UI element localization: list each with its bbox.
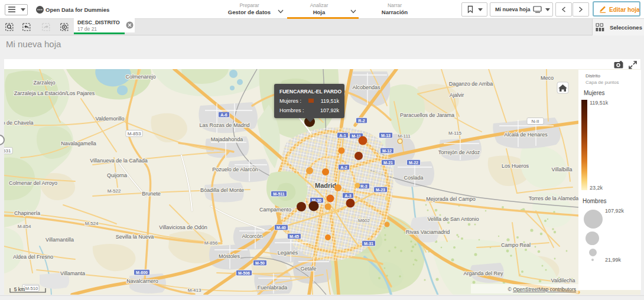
svg-text:Sevilla la Nueva: Sevilla la Nueva [116, 234, 154, 240]
svg-text:Meco: Meco [541, 75, 554, 81]
svg-text:Alcorcón: Alcorcón [242, 233, 262, 239]
svg-text:M-21: M-21 [383, 161, 393, 165]
svg-text:M-853: M-853 [128, 131, 141, 136]
svg-text:Velilla de San Antonio: Velilla de San Antonio [427, 216, 479, 222]
svg-text:o de Chavela: o de Chavela [4, 120, 34, 126]
svg-text:Navalagamella: Navalagamella [61, 141, 96, 146]
svg-text:M-50: M-50 [255, 261, 265, 265]
svg-text:Villanueva de la Cañada: Villanueva de la Cañada [90, 158, 147, 164]
svg-text:Pozuelo de Alarcón: Pozuelo de Alarcón [212, 167, 258, 172]
svg-text:Villaviciosa de Odón: Villaviciosa de Odón [159, 224, 207, 230]
svg-text:M-31: M-31 [364, 242, 373, 246]
svg-text:5 km: 5 km [14, 286, 25, 292]
svg-text:M-11: M-11 [352, 134, 361, 138]
svg-text:Mejorada del Campo: Mejorada del Campo [426, 196, 476, 202]
svg-text:M-511: M-511 [273, 192, 285, 196]
svg-text:M-12: M-12 [382, 149, 392, 153]
svg-text:M-22: M-22 [409, 161, 418, 165]
svg-text:Daganzo de Arriba: Daganzo de Arriba [449, 81, 493, 87]
svg-text:M-45: M-45 [290, 234, 299, 239]
svg-text:Valdilecha: Valdilecha [551, 278, 575, 283]
svg-text:M-524: M-524 [85, 221, 99, 226]
svg-text:M-856: M-856 [204, 240, 218, 246]
svg-text:M-506: M-506 [238, 271, 250, 275]
svg-text:Villalbilla: Villalbilla [552, 167, 573, 172]
svg-text:M-115: M-115 [448, 131, 462, 136]
svg-text:M-522: M-522 [108, 188, 121, 194]
svg-text:Los Hueros: Los Hueros [502, 163, 529, 169]
svg-text:M-413: M-413 [188, 288, 201, 293]
svg-text:A-6: A-6 [220, 113, 227, 117]
svg-text:M-854: M-854 [18, 224, 31, 229]
svg-text:Navalcarnero: Navalcarnero [126, 278, 158, 284]
svg-text:Zarzaleja La Estación/Los Paja: Zarzaleja La Estación/Los Pajares [14, 90, 95, 96]
svg-text:Ajalvir: Ajalvir [450, 92, 464, 98]
svg-text:Zarzalejo: Zarzalejo [33, 80, 55, 86]
svg-text:Colmenarejo: Colmenarejo [125, 74, 155, 80]
svg-text:M-40: M-40 [277, 226, 286, 230]
svg-text:Fuenlabrada: Fuenlabrada [258, 285, 288, 291]
svg-text:Getafe: Getafe [300, 266, 316, 272]
svg-text:Colmenar del Arroyo: Colmenar del Arroyo [9, 180, 57, 186]
svg-text:Madrid: Madrid [315, 182, 336, 189]
svg-text:Brunete: Brunete [142, 191, 161, 197]
svg-text:© OpenStreetMap contributors: © OpenStreetMap contributors [508, 286, 576, 292]
svg-text:Rivas Vaciamadrid: Rivas Vaciamadrid [406, 229, 450, 235]
svg-text:Paracuellos de Jarama: Paracuellos de Jarama [400, 112, 454, 118]
svg-text:Torres de la Alameda: Torres de la Alameda [529, 195, 579, 201]
svg-text:Majadahonda: Majadahonda [211, 136, 243, 142]
svg-text:Alcobendas: Alcobendas [352, 84, 380, 90]
svg-text:M-111: M-111 [398, 133, 411, 139]
svg-text:Villamantilla: Villamantilla [45, 237, 74, 243]
svg-text:Coslada: Coslada [404, 175, 423, 181]
svg-text:Alcalá de Henares: Alcalá de Henares [504, 132, 548, 138]
svg-text:Arganda del Rey: Arganda del Rey [463, 270, 503, 276]
svg-text:Torrejón de Ardoz: Torrejón de Ardoz [438, 149, 480, 155]
svg-text:M-23: M-23 [376, 188, 385, 192]
svg-text:Las Rozas de Madrid: Las Rozas de Madrid [199, 122, 249, 128]
svg-text:Chapinería: Chapinería [14, 210, 40, 216]
svg-text:M-531: M-531 [4, 148, 11, 154]
svg-text:M-13: M-13 [381, 133, 391, 138]
svg-text:Móstoles: Móstoles [219, 253, 240, 259]
svg-text:Campamento: Campamento [259, 207, 291, 213]
svg-text:A-2: A-2 [340, 165, 347, 169]
svg-text:Bóadilla del Monte: Bóadilla del Monte [200, 187, 244, 193]
svg-text:M-600: M-600 [136, 270, 148, 275]
svg-text:M-510: M-510 [25, 286, 38, 291]
svg-text:Villamanta: Villamanta [60, 270, 85, 276]
svg-text:M602: M602 [358, 218, 370, 223]
svg-text:R-2: R-2 [358, 119, 365, 123]
svg-text:Campo Real: Campo Real [501, 242, 531, 248]
svg-text:Leganés: Leganés [278, 250, 298, 256]
svg-text:R-3: R-3 [360, 184, 367, 188]
svg-text:Valdemorillo: Valdemorillo [96, 116, 125, 122]
svg-text:N-II: N-II [532, 119, 539, 124]
svg-text:A-3: A-3 [344, 194, 351, 198]
svg-text:Quijorna: Quijorna [107, 172, 127, 178]
svg-text:A-1: A-1 [339, 133, 346, 138]
svg-text:Aldea del Fresno: Aldea del Fresno [13, 254, 53, 260]
